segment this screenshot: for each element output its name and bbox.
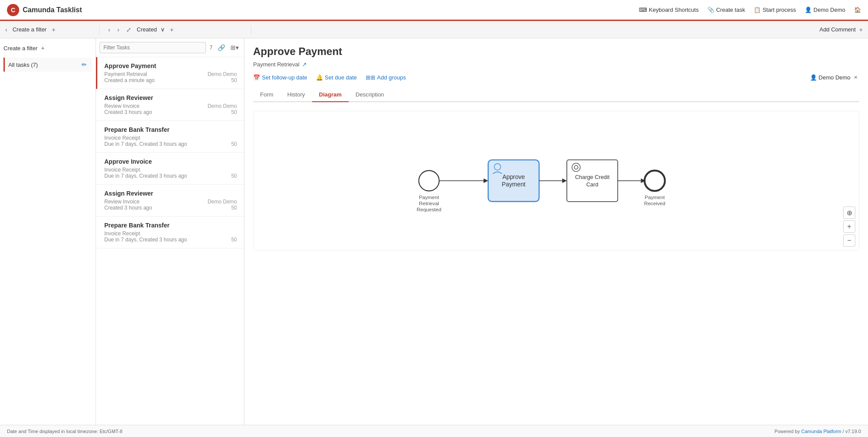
collapse-sidebar-button[interactable]: ‹ <box>3 25 9 34</box>
task-item-details: Created 3 hours ago 50 <box>104 109 237 115</box>
chevron-down-icon: ∨ <box>161 26 165 33</box>
detail-actions: 📅 Set follow-up date 🔔 Set due date ⊞⊞ A… <box>253 73 859 82</box>
task-item-name: Assign Reviewer <box>104 94 237 101</box>
zoom-in-button[interactable]: + <box>843 220 855 233</box>
home-icon: 🏠 <box>854 7 861 13</box>
start-event-label3: Requested <box>417 206 441 212</box>
end-event-label1: Payment <box>645 194 665 200</box>
filter-tasks-input[interactable] <box>99 42 206 53</box>
tab-description[interactable]: Description <box>349 88 391 102</box>
app-title: Camunda Tasklist <box>23 6 82 14</box>
task-item-details: Due in 7 days, Created 3 hours ago 50 <box>104 237 237 243</box>
tab-diagram[interactable]: Diagram <box>312 88 349 102</box>
arrowhead-start-approve <box>484 179 488 183</box>
assignee-icon: 👤 <box>810 74 817 81</box>
task-detail-subtitle: Payment Retrieval ↗ <box>253 61 859 68</box>
set-due-date-button[interactable]: 🔔 Set due date <box>316 74 357 81</box>
prev-button[interactable]: ‹ <box>106 25 112 34</box>
set-follow-up-date-button[interactable]: 📅 Set follow-up date <box>253 74 307 81</box>
reset-view-button[interactable]: ⊕ <box>843 206 855 219</box>
timezone-text: Date and Time displayed in local timezon… <box>7 429 123 434</box>
groups-icon: ⊞⊞ <box>366 74 375 81</box>
add-comment-button[interactable]: + <box>858 25 865 34</box>
task-item-meta: Review Invoice Demo Demo <box>104 103 237 109</box>
add-created-filter-button[interactable]: + <box>168 25 175 34</box>
sidebar-add-filter-button[interactable]: + <box>39 44 46 52</box>
task-item-name: Prepare Bank Transfer <box>104 222 237 229</box>
user-icon: 👤 <box>805 7 812 13</box>
assignee-info: 👤 Demo Demo × <box>810 73 859 82</box>
task-item-name: Approve Payment <box>104 62 237 69</box>
create-filter-label: Create a filter <box>13 26 47 33</box>
task-detail-title: Approve Payment <box>253 45 859 58</box>
approve-payment-label: Approve <box>502 174 525 180</box>
task-item-details: Due in 7 days, Created 3 hours ago 50 <box>104 141 237 147</box>
app-logo: C Camunda Tasklist <box>7 4 632 16</box>
bell-icon: 🔔 <box>316 74 323 81</box>
task-item-details: Created 3 hours ago 50 <box>104 205 237 211</box>
task-item[interactable]: Assign Reviewer Review Invoice Demo Demo… <box>96 89 244 121</box>
second-bar: ‹ Create a filter + ‹ › ⤢ Created ∨ + Ad… <box>0 21 868 38</box>
filter-count: 7 <box>208 45 214 51</box>
task-item-details: Due in 7 days, Created 3 hours ago 50 <box>104 173 237 179</box>
process-name: Payment Retrieval <box>253 61 299 68</box>
task-item[interactable]: Assign Reviewer Review Invoice Demo Demo… <box>96 185 244 217</box>
assignee-name: Demo Demo <box>819 74 851 81</box>
sidebar-item-label: All tasks (7) <box>8 62 38 68</box>
home-link[interactable]: 🏠 <box>854 7 861 13</box>
task-item-details: Created a minute ago 50 <box>104 77 237 83</box>
remove-assignee-button[interactable]: × <box>852 73 859 82</box>
task-item[interactable]: Approve Invoice Invoice Receipt Due in 7… <box>96 153 244 185</box>
top-nav-actions: ⌨ Keyboard Shortcuts 📎 Create task 📋 Sta… <box>639 7 861 13</box>
start-process-link[interactable]: 📋 Start process <box>754 7 796 13</box>
bpmn-svg: Approve Payment Charge Credit Card <box>254 111 859 250</box>
start-event-label1: Payment <box>419 194 439 200</box>
next-button[interactable]: › <box>116 25 121 34</box>
task-item[interactable]: Approve Payment Payment Retrieval Demo D… <box>96 57 244 89</box>
filter-bar-middle: ‹ › ⤢ Created ∨ + <box>103 25 251 34</box>
start-event-label2: Retrieval <box>419 200 439 206</box>
calendar-icon: 📅 <box>253 74 260 81</box>
top-navigation: C Camunda Tasklist ⌨ Keyboard Shortcuts … <box>0 0 868 21</box>
zoom-out-button[interactable]: − <box>843 234 855 247</box>
diagram-area: Approve Payment Charge Credit Card <box>253 111 859 251</box>
user-menu[interactable]: 👤 Demo Demo <box>805 7 845 13</box>
task-item-meta: Invoice Receipt <box>104 231 237 237</box>
diagram-controls: ⊕ + − <box>843 206 855 247</box>
tab-history[interactable]: History <box>280 88 312 102</box>
approve-payment-label2: Payment <box>502 181 525 188</box>
task-item-name: Approve Invoice <box>104 158 237 165</box>
filter-link-icon[interactable]: 🔗 <box>216 43 227 52</box>
sidebar-create-filter: Create a filter + <box>3 44 92 52</box>
created-label: Created <box>137 26 157 33</box>
sidebar-create-filter-label: Create a filter <box>3 45 38 52</box>
detail-tabs: Form History Diagram Description <box>253 88 859 102</box>
camunda-platform-link[interactable]: Camunda Platform <box>801 429 841 434</box>
add-groups-button[interactable]: ⊞⊞ Add groups <box>366 74 406 81</box>
filter-bar-right: Add Comment + <box>820 25 865 34</box>
process-external-link[interactable]: ↗ <box>302 61 307 68</box>
edit-filter-icon[interactable]: ✏ <box>80 60 89 69</box>
end-event-shape <box>645 171 665 191</box>
task-item-name: Prepare Bank Transfer <box>104 126 237 133</box>
filter-sort-icon[interactable]: ⊞▾ <box>229 43 240 52</box>
expand-button[interactable]: ⤢ <box>124 25 133 34</box>
filter-bar: 7 🔗 ⊞▾ <box>96 38 244 57</box>
task-item[interactable]: Prepare Bank Transfer Invoice Receipt Du… <box>96 121 244 153</box>
start-event-shape <box>419 171 439 191</box>
detail-panel: Approve Payment Payment Retrieval ↗ 📅 Se… <box>244 38 868 425</box>
charge-cc-label2: Card <box>586 181 598 188</box>
task-item-meta: Invoice Receipt <box>104 167 237 173</box>
charge-cc-label1: Charge Credit <box>575 174 610 180</box>
main-layout: Create a filter + All tasks (7) ✏ 7 🔗 ⊞▾… <box>0 38 868 425</box>
task-item[interactable]: Prepare Bank Transfer Invoice Receipt Du… <box>96 217 244 248</box>
keyboard-shortcuts-link[interactable]: ⌨ Keyboard Shortcuts <box>639 7 699 13</box>
powered-by: Powered by Camunda Platform / v7.19.0 <box>775 429 861 434</box>
task-item-meta: Review Invoice Demo Demo <box>104 199 237 205</box>
end-event-label2: Received <box>644 200 666 206</box>
tab-form[interactable]: Form <box>253 88 280 102</box>
add-comment-label: Add Comment <box>820 26 856 33</box>
create-task-link[interactable]: 📎 Create task <box>707 7 745 13</box>
sidebar-item-all-tasks[interactable]: All tasks (7) ✏ <box>3 58 92 72</box>
add-filter-button[interactable]: + <box>50 25 57 34</box>
